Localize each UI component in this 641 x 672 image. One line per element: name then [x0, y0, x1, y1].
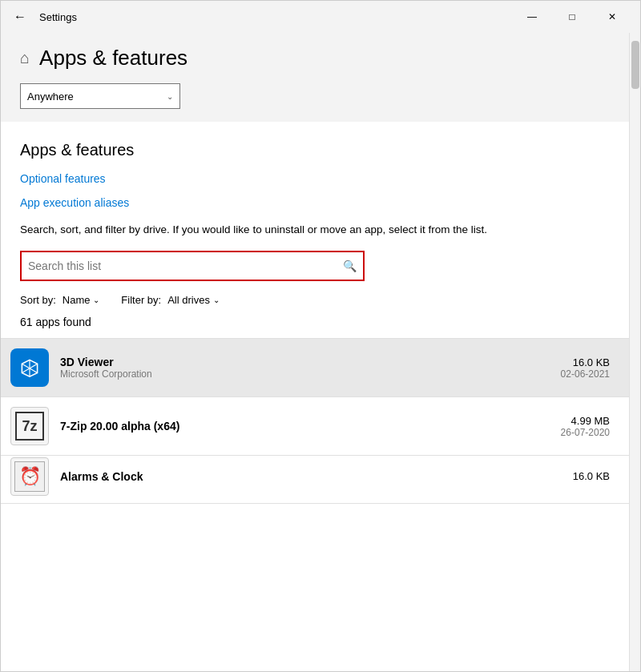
- search-box-container: 🔍: [20, 251, 365, 281]
- title-bar: ← Settings — □ ✕: [1, 1, 640, 33]
- header-section: ⌂ Apps & features: [1, 33, 629, 83]
- close-button[interactable]: ✕: [594, 4, 631, 30]
- filter-row: Sort by: Name ⌄ Filter by: All drives ⌄: [20, 294, 610, 306]
- sort-by-label: Sort by:: [20, 294, 56, 306]
- optional-features-link[interactable]: Optional features: [20, 172, 610, 185]
- scrollbar-thumb[interactable]: [631, 41, 639, 89]
- back-button[interactable]: ←: [10, 6, 30, 27]
- sort-chevron-icon: ⌄: [93, 296, 99, 304]
- sort-value: Name: [62, 294, 91, 306]
- filter-value: All drives: [167, 294, 210, 306]
- 3dviewer-svg-icon: [17, 355, 42, 380]
- home-icon: ⌂: [20, 49, 30, 67]
- app-name: Alarms & Clock: [60, 470, 573, 483]
- title-bar-left: ← Settings: [10, 6, 514, 27]
- apps-count: 61 apps found: [20, 316, 610, 328]
- table-row[interactable]: 7z 7-Zip 20.00 alpha (x64) 4.99 MB 26-07…: [1, 397, 629, 456]
- filter-by-dropdown[interactable]: All drives ⌄: [167, 294, 220, 306]
- main-content: ⌂ Apps & features Anywhere Microsoft Sto…: [1, 33, 629, 671]
- search-input[interactable]: [28, 260, 343, 272]
- filter-chevron-icon: ⌄: [213, 296, 220, 304]
- search-icon: 🔍: [343, 260, 357, 272]
- content-area: ⌂ Apps & features Anywhere Microsoft Sto…: [1, 33, 640, 671]
- anywhere-select[interactable]: Anywhere Microsoft Store only Other sour…: [27, 91, 167, 103]
- app-icon-alarm: ⏰: [10, 457, 49, 496]
- app-icon-3dviewer: [10, 348, 49, 387]
- features-section: Apps & features Optional features App ex…: [1, 122, 629, 328]
- maximize-button[interactable]: □: [554, 4, 591, 30]
- app-icon-7zip: 7z: [10, 407, 49, 445]
- app-date: 26-07-2020: [561, 427, 610, 438]
- app-list: 3D Viewer Microsoft Corporation 16.0 KB …: [1, 338, 629, 504]
- scrollbar-track[interactable]: [629, 33, 640, 671]
- app-name: 7-Zip 20.00 alpha (x64): [60, 420, 561, 433]
- window-title: Settings: [39, 11, 77, 23]
- sort-by-dropdown[interactable]: Name ⌄: [62, 294, 100, 306]
- app-date: 02-06-2021: [561, 368, 610, 380]
- app-name: 3D Viewer: [60, 356, 561, 368]
- app-meta: 4.99 MB 26-07-2020: [561, 415, 610, 438]
- app-meta: 16.0 KB 02-06-2021: [561, 356, 610, 380]
- settings-window: ← Settings — □ ✕ ⌂ Apps & features Anywh…: [0, 0, 641, 672]
- app-size: 16.0 KB: [561, 356, 610, 368]
- app-publisher: Microsoft Corporation: [60, 368, 561, 380]
- app-execution-link[interactable]: App execution aliases: [20, 196, 610, 209]
- search-box: 🔍: [20, 251, 365, 281]
- dropdown-arrow-icon: ⌄: [167, 92, 173, 101]
- app-meta: 16.0 KB: [573, 470, 610, 482]
- app-size: 4.99 MB: [561, 415, 610, 427]
- app-size: 16.0 KB: [573, 470, 610, 482]
- minimize-button[interactable]: —: [514, 4, 550, 30]
- table-row[interactable]: 3D Viewer Microsoft Corporation 16.0 KB …: [1, 339, 629, 397]
- title-bar-controls: — □ ✕: [514, 4, 631, 30]
- app-info: 7-Zip 20.00 alpha (x64): [60, 420, 561, 433]
- filter-by-label: Filter by:: [121, 294, 161, 306]
- description-text: Search, sort, and filter by drive. If yo…: [20, 222, 517, 238]
- app-info: Alarms & Clock: [60, 470, 573, 483]
- section-title: Apps & features: [20, 141, 610, 159]
- 7zip-icon: 7z: [15, 412, 44, 441]
- dropdown-section: Anywhere Microsoft Store only Other sour…: [1, 83, 629, 122]
- page-title: Apps & features: [39, 46, 187, 70]
- app-info: 3D Viewer Microsoft Corporation: [60, 356, 561, 380]
- anywhere-dropdown[interactable]: Anywhere Microsoft Store only Other sour…: [20, 83, 180, 109]
- alarm-icon: ⏰: [14, 461, 45, 492]
- table-row[interactable]: ⏰ Alarms & Clock 16.0 KB: [1, 456, 629, 504]
